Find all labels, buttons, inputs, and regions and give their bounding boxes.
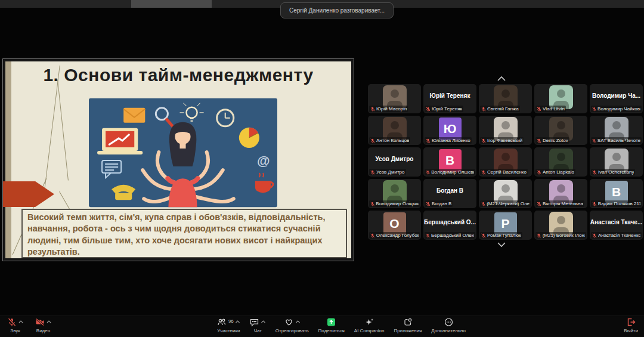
participant-name-bar: (М21) Боговик Ілона	[535, 232, 586, 239]
apps-button[interactable]: Приложения	[394, 317, 422, 333]
participant-tile[interactable]: Р Роман Гупалюк	[479, 211, 532, 240]
heart-icon	[284, 317, 293, 327]
participant-name-label: Олександр Голубов	[376, 233, 419, 238]
participant-tile[interactable]: Усов Дмитро Усов Дмитро	[368, 147, 421, 177]
participant-name-bar: Усов Дмитро	[369, 169, 406, 175]
share-button[interactable]: Поделиться	[318, 317, 345, 333]
participant-tile[interactable]: В Вадим Поляков 211	[590, 179, 643, 208]
participants-button-label: Участники	[217, 328, 240, 333]
participant-name-bar: SAT Василь Чечотенко	[591, 137, 642, 144]
chat-button[interactable]: Чат	[250, 317, 266, 333]
participant-name-label: Юрій Масорін	[376, 106, 407, 112]
more-button[interactable]: Дополнительно	[431, 317, 466, 333]
participant-name-label: Антон Кольцов	[376, 138, 409, 143]
participant-tile[interactable]: Володимир Ча... Володимир Чайковс...	[590, 84, 643, 113]
participant-name-label: Anton Liapkalo	[543, 169, 574, 175]
slide-left-decoration	[5, 61, 11, 258]
participant-tile[interactable]: О Олександр Голубов	[368, 211, 421, 240]
participant-name-label: Володимир Чайковс...	[597, 106, 640, 112]
participant-display-name: Володимир Ча...	[590, 84, 643, 107]
muted-mic-icon	[370, 202, 374, 206]
participant-tile[interactable]: Юрій Тереняк Юрій Тереняк	[423, 84, 476, 113]
gallery-scroll-down[interactable]	[496, 241, 507, 248]
camera-muted-icon	[35, 317, 45, 327]
ai-companion-label: AI Companion	[354, 328, 385, 333]
share-button-label: Поделиться	[318, 328, 345, 333]
participant-name-label: Юліанна Лисенко	[432, 138, 470, 143]
participant-display-name: Богдан В	[423, 179, 476, 202]
video-button[interactable]: Видео	[35, 317, 51, 333]
title-bar-segment	[131, 0, 212, 8]
more-icon	[444, 317, 453, 327]
audio-button[interactable]: Звук	[7, 317, 23, 333]
muted-mic-icon	[481, 107, 486, 112]
participant-tile[interactable]: Богдан В Богдан В	[423, 179, 476, 208]
muted-mic-icon	[592, 233, 597, 238]
multitasking-illustration: @	[89, 98, 277, 208]
participant-name-label: Роман Гупалюк	[487, 233, 521, 238]
muted-mic-icon	[426, 202, 431, 206]
participant-tile[interactable]: Anton Liapkalo	[534, 147, 587, 177]
participant-name-bar: (М21-Черкаси) Олег...	[480, 200, 531, 207]
audio-button-label: Звук	[10, 328, 20, 333]
muted-mic-icon	[592, 202, 597, 206]
muted-mic-icon	[481, 138, 486, 143]
participant-tile[interactable]: Вікторія Метельна	[534, 179, 587, 208]
gallery-scroll-up[interactable]	[496, 75, 507, 82]
ai-sparkle-icon	[364, 317, 374, 327]
video-options-caret[interactable]	[47, 320, 51, 323]
participant-display-name: Юрій Тереняк	[423, 84, 476, 107]
participants-icon	[217, 317, 227, 327]
participant-tile[interactable]: Анастасія Ткаче... Анастасія Ткаченко	[590, 211, 643, 240]
participant-tile[interactable]: Denis Zotov	[534, 116, 587, 145]
participant-tile[interactable]: Ю Юліанна Лисенко	[423, 116, 476, 145]
muted-mic-icon	[537, 233, 541, 238]
leave-button[interactable]: Выйти	[624, 317, 638, 333]
participant-tile[interactable]: Ігор Факевський	[479, 116, 532, 145]
participant-tile[interactable]: В Володимир Олшевич	[423, 147, 476, 177]
audio-options-caret[interactable]	[18, 320, 23, 323]
participant-tile[interactable]: Ivan Ocheretiany	[590, 147, 643, 177]
participant-tile[interactable]: SAT Василь Чечотенко	[590, 116, 643, 145]
muted-mic-icon	[370, 170, 375, 175]
participants-count-badge: 96	[228, 319, 234, 324]
participant-tile[interactable]: (М21-Черкаси) Олег...	[479, 179, 532, 208]
participant-tile[interactable]: (М21) Боговик Ілона	[534, 211, 587, 240]
muted-mic-icon	[426, 170, 430, 175]
participant-tile[interactable]: Євгеній Ганжа	[479, 84, 532, 113]
participants-caret[interactable]	[236, 320, 240, 323]
participant-tile[interactable]: Бершадський О... Бершадський Олекс...	[423, 211, 476, 240]
muted-mic-icon	[481, 202, 485, 206]
participant-tile[interactable]: Vlad Litvin	[534, 84, 587, 113]
participant-display-name: Бершадський О...	[423, 211, 476, 234]
chat-caret[interactable]	[261, 320, 266, 323]
participant-tile[interactable]: Юрій Масорін	[368, 84, 421, 113]
participants-button[interactable]: 96 Участники	[217, 317, 240, 333]
participant-name-bar: Володимир Чайковс...	[591, 106, 642, 112]
participant-tile[interactable]: Сергій Василенко	[479, 147, 532, 177]
participant-name-label: Vlad Litvin	[543, 106, 565, 112]
slide-title: 1. Основи тайм-менеджменту	[5, 65, 351, 85]
muted-mic-icon	[537, 170, 541, 175]
apps-icon	[403, 317, 413, 327]
participant-name-label: Володимир Олшевич	[431, 169, 474, 175]
muted-mic-icon	[537, 107, 541, 112]
muted-mic-icon	[370, 233, 375, 238]
muted-mic-icon	[426, 107, 431, 112]
participant-display-name: Усов Дмитро	[368, 147, 421, 171]
react-caret[interactable]	[295, 320, 300, 323]
muted-mic-icon	[481, 233, 486, 238]
chat-button-label: Чат	[254, 328, 262, 333]
participant-name-bar: Юрій Масорін	[369, 106, 408, 112]
participant-name-label: Євгеній Ганжа	[487, 106, 519, 112]
participant-name-bar: Анастасія Ткаченко	[591, 232, 642, 239]
participant-tile[interactable]: Антон Кольцов	[368, 116, 421, 145]
participant-tile[interactable]: Володимир Оліцький	[368, 179, 421, 208]
participant-name-label: Володимир Оліцький	[376, 201, 419, 206]
participant-name-bar: Антон Кольцов	[369, 137, 410, 144]
meeting-toolbar: Звук Видео	[0, 316, 644, 337]
participant-name-label: Усов Дмитро	[376, 169, 405, 175]
ai-companion-button[interactable]: AI Companion	[354, 317, 385, 333]
react-button[interactable]: Отреагировать	[275, 317, 309, 333]
participant-name-bar: Юліанна Лисенко	[425, 137, 472, 144]
